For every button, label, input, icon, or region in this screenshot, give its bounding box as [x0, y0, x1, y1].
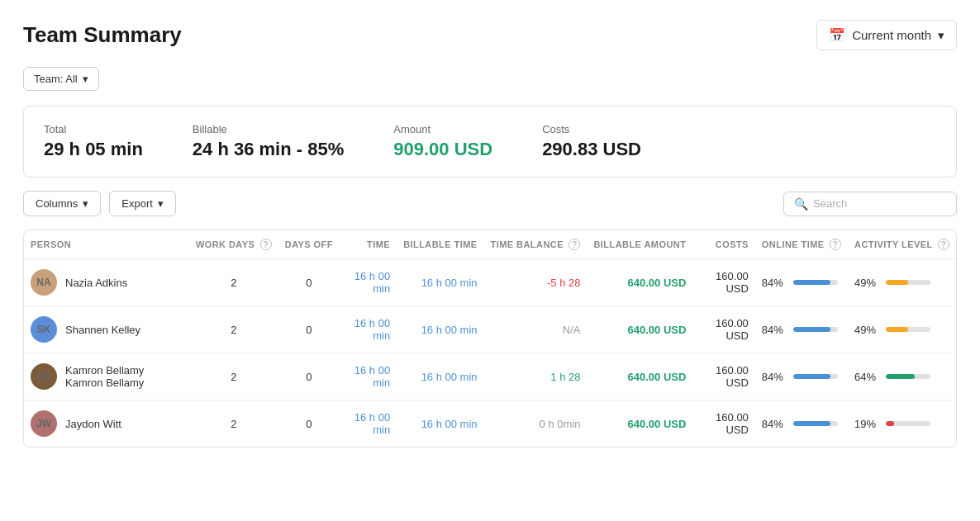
columns-label: Columns: [36, 197, 78, 210]
billable-amount-cell: 640.00 USD: [587, 353, 692, 400]
amount-value: 909.00 USD: [393, 139, 492, 160]
chevron-down-icon: ▾: [938, 28, 944, 43]
chevron-down-icon: ▾: [83, 197, 88, 210]
costs-cell: 160.00 USD: [692, 306, 754, 353]
avatar: KB: [31, 363, 57, 390]
col-person: PERSON: [24, 230, 189, 259]
work-days-cell: 2: [189, 259, 278, 306]
billable-amount-cell: 640.00 USD: [587, 259, 692, 306]
col-costs: COSTS: [692, 230, 754, 259]
table-row: JW Jaydon Witt 2 0 16 h 00 min 16 h 00 m…: [24, 400, 956, 448]
col-work-days: WORK DAYS ?: [189, 230, 278, 259]
costs-cell: 160.00 USD: [692, 353, 754, 400]
table-row: NA Nazia Adkins 2 0 16 h 00 min 16 h 00 …: [24, 259, 956, 306]
calendar-icon: 📅: [829, 27, 845, 43]
table-row: KB Kamron Bellamy Kamron Bellamy 2 0 16 …: [24, 353, 956, 400]
time-cell: 16 h 00 min: [340, 306, 397, 353]
days-off-cell: 0: [278, 306, 340, 353]
days-off-cell: 0: [278, 353, 340, 400]
columns-button[interactable]: Columns ▾: [23, 191, 101, 216]
person-name: Shannen Kelley: [65, 324, 140, 336]
summary-card: Total 29 h 05 min Billable 24 h 36 min -…: [23, 106, 957, 178]
current-month-label: Current month: [852, 28, 931, 42]
page-title: Team Summary: [23, 22, 182, 48]
search-icon: 🔍: [794, 197, 808, 211]
costs-label: Costs: [542, 123, 641, 135]
total-label: Total: [44, 123, 143, 135]
help-icon[interactable]: ?: [830, 239, 841, 250]
chevron-down-icon: ▾: [158, 197, 164, 210]
amount-summary: Amount 909.00 USD: [393, 123, 492, 160]
billable-time-cell: 16 h 00 min: [397, 353, 483, 400]
col-days-off: DAYS OFF: [278, 230, 340, 259]
avatar: NA: [31, 269, 57, 296]
col-online-time: ONLINE TIME ?: [755, 230, 848, 259]
table-row: SK Shannen Kelley 2 0 16 h 00 min 16 h 0…: [24, 306, 956, 353]
activity-level-cell: 49%: [848, 259, 956, 306]
time-balance-cell: -5 h 28: [484, 259, 588, 306]
activity-level-cell: 19%: [848, 400, 956, 448]
search-input[interactable]: [813, 197, 946, 210]
help-icon[interactable]: ?: [260, 239, 272, 250]
chevron-down-icon: ▾: [83, 73, 88, 85]
billable-label: Billable: [193, 123, 344, 135]
time-cell: 16 h 00 min: [340, 400, 397, 448]
toolbar-left: Columns ▾ Export ▾: [23, 191, 176, 216]
col-activity-level: ACTIVITY LEVEL ?: [848, 230, 956, 259]
days-off-cell: 0: [278, 259, 340, 306]
col-time: TIME: [340, 230, 397, 259]
export-label: Export: [121, 197, 153, 210]
person-name: Kamron Bellamy Kamron Bellamy: [65, 364, 183, 389]
person-name: Jaydon Witt: [65, 418, 121, 430]
team-filter-bar: Team: All ▾: [23, 67, 957, 91]
table-toolbar: Columns ▾ Export ▾ 🔍: [23, 191, 957, 216]
time-balance-cell: N/A: [484, 306, 588, 353]
work-days-cell: 2: [189, 400, 278, 448]
team-table: PERSON WORK DAYS ? DAYS OFF TIME BILLABL…: [23, 230, 957, 448]
billable-amount-cell: 640.00 USD: [587, 400, 692, 448]
costs-summary: Costs 290.83 USD: [542, 123, 641, 160]
days-off-cell: 0: [278, 400, 340, 448]
time-balance-cell: 0 h 0min: [484, 400, 588, 448]
work-days-cell: 2: [189, 353, 278, 400]
billable-time-cell: 16 h 00 min: [397, 306, 483, 353]
page-header: Team Summary 📅 Current month ▾: [23, 20, 957, 50]
time-cell: 16 h 00 min: [340, 353, 397, 400]
search-box[interactable]: 🔍: [783, 192, 957, 216]
costs-value: 290.83 USD: [542, 139, 641, 160]
costs-cell: 160.00 USD: [692, 259, 754, 306]
work-days-cell: 2: [189, 306, 278, 353]
person-cell: SK Shannen Kelley: [24, 306, 189, 353]
billable-summary: Billable 24 h 36 min - 85%: [193, 123, 344, 160]
online-time-cell: 84%: [755, 259, 848, 306]
table-header-row: PERSON WORK DAYS ? DAYS OFF TIME BILLABL…: [24, 230, 956, 259]
costs-cell: 160.00 USD: [692, 400, 754, 448]
person-cell: KB Kamron Bellamy Kamron Bellamy: [24, 353, 189, 400]
billable-value: 24 h 36 min - 85%: [193, 139, 344, 160]
billable-time-cell: 16 h 00 min: [397, 259, 483, 306]
col-billable-amount: BILLABLE AMOUNT: [587, 230, 692, 259]
online-time-cell: 84%: [755, 353, 848, 400]
person-cell: NA Nazia Adkins: [24, 259, 189, 306]
col-time-balance: TIME BALANCE ?: [484, 230, 588, 259]
person-name: Nazia Adkins: [65, 277, 127, 289]
current-month-button[interactable]: 📅 Current month ▾: [816, 20, 957, 50]
activity-level-cell: 49%: [848, 306, 956, 353]
amount-label: Amount: [393, 123, 492, 135]
team-filter-button[interactable]: Team: All ▾: [23, 67, 99, 91]
team-filter-label: Team: All: [34, 73, 78, 85]
time-cell: 16 h 00 min: [340, 259, 397, 306]
col-billable-time: BILLABLE TIME: [397, 230, 483, 259]
time-balance-cell: 1 h 28: [484, 353, 588, 400]
total-summary: Total 29 h 05 min: [44, 123, 143, 160]
export-button[interactable]: Export ▾: [109, 191, 176, 216]
person-cell: JW Jaydon Witt: [24, 400, 189, 448]
billable-time-cell: 16 h 00 min: [397, 400, 483, 448]
total-value: 29 h 05 min: [44, 139, 143, 160]
help-icon[interactable]: ?: [938, 239, 949, 250]
help-icon[interactable]: ?: [568, 239, 580, 250]
online-time-cell: 84%: [755, 306, 848, 353]
activity-level-cell: 64%: [848, 353, 956, 400]
billable-amount-cell: 640.00 USD: [587, 306, 692, 353]
avatar: JW: [31, 410, 57, 437]
